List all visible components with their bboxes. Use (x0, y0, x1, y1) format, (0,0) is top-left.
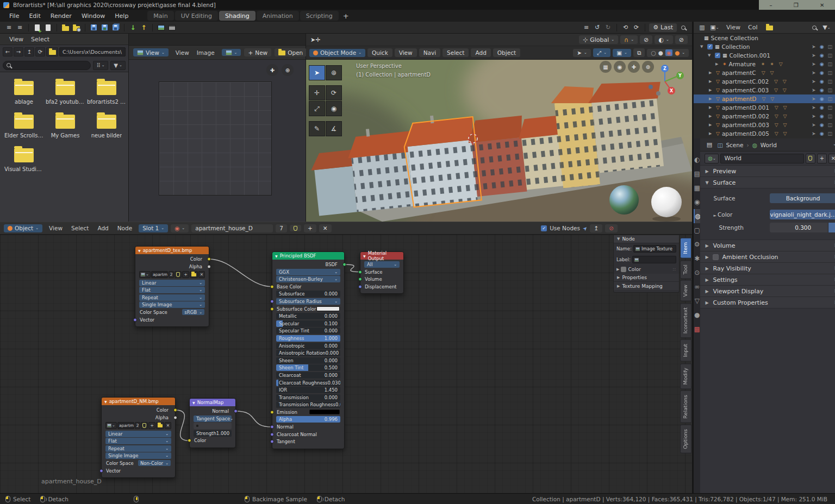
node-row[interactable]: Color (139, 256, 205, 262)
properties-tab[interactable]: ✱ (694, 251, 700, 266)
selectable-icon[interactable]: ➤ (812, 105, 816, 110)
open-image-icon[interactable] (156, 422, 164, 429)
folder-item[interactable]: Elder Scrolls ... (4, 115, 43, 138)
minimize-button[interactable]: – (770, 2, 772, 8)
hide-icon[interactable]: ◉ (820, 79, 824, 84)
fake-user-icon[interactable] (141, 422, 148, 429)
menu-item[interactable]: View (172, 49, 193, 56)
viewport-scene[interactable]: Z Y X User Perspective (1) Collection | … (306, 60, 692, 222)
breadcrumb-world[interactable]: World (761, 142, 777, 148)
image-name-field[interactable]: apartmentD... (151, 271, 168, 278)
image-texture-node[interactable]: ▼apartmentD_tex.bmp Color (135, 246, 209, 327)
outliner-item-label[interactable]: apartmentD (722, 96, 757, 102)
properties-tab[interactable]: ▽ (694, 294, 700, 308)
node-row[interactable]: Normal (194, 408, 232, 414)
output-socket[interactable] (342, 263, 346, 267)
render-visibility-icon[interactable]: ◫ (827, 131, 832, 136)
node-row[interactable]: Flat (139, 287, 205, 293)
node-row[interactable]: Surface (364, 269, 400, 275)
selectable-icon[interactable]: ➤ (812, 131, 816, 136)
node-row[interactable]: Emission (276, 409, 340, 415)
render-visibility-icon[interactable]: ◫ (827, 61, 832, 67)
properties-tab[interactable]: ▩ (694, 322, 700, 336)
outliner-item-label[interactable]: apartmentC.002 (722, 78, 769, 85)
hamburger-icon[interactable]: ≡ (582, 23, 591, 32)
output-socket[interactable] (173, 408, 177, 412)
properties-panel-header[interactable]: ▶ Volume ⠿ (700, 240, 835, 251)
properties-panel-header[interactable]: ▶ Settings ⠿ (700, 274, 835, 286)
display-mode-button[interactable]: ⠿⌄ (93, 61, 108, 70)
shader-editor-canvas[interactable]: apartment_house_D ▼apartmentD_tex.bmp Co… (0, 235, 692, 493)
expand-icon[interactable]: ▶ (709, 105, 714, 110)
node-row[interactable]: Linear (105, 431, 171, 437)
editor-type-icon[interactable]: ▤ (705, 141, 714, 149)
hide-icon[interactable]: ◉ (820, 122, 824, 128)
node-row[interactable]: Roughness 1.000 (276, 335, 340, 342)
cursor-tool[interactable]: ⊕ (326, 65, 342, 80)
node-row[interactable]: Single Image (139, 301, 205, 308)
node-row[interactable]: Subsurface 0.000 (276, 291, 340, 297)
selectable-icon[interactable]: ➤ (812, 79, 816, 84)
node-row[interactable]: Anisotropic Rotation 0.000 (276, 350, 340, 356)
menu-item[interactable]: Add (471, 48, 490, 57)
hide-icon[interactable]: ◉ (820, 61, 824, 67)
node-row[interactable]: Normal (276, 424, 340, 430)
last-operator-button[interactable]: ⚙Last (649, 23, 677, 32)
menu-item[interactable]: View (395, 48, 417, 57)
node-row[interactable]: Sheen 0.000 (276, 357, 340, 364)
node-row[interactable]: Color Space sRGB (139, 309, 205, 316)
outliner-row[interactable]: ▶ ✓ apartmentD ▽ ▽ ➤ ◉ ◫ (694, 94, 835, 103)
menu-item[interactable]: Help (110, 11, 133, 21)
solid-shading-icon[interactable]: ● (658, 49, 663, 56)
folder-item[interactable]: bforartists2 b... (87, 81, 126, 105)
xray-toggle[interactable]: ⧉ (633, 48, 645, 57)
selectable-icon[interactable]: ➤ (812, 53, 816, 58)
material-browse-button[interactable]: ◉⌄ (171, 224, 189, 232)
node-row[interactable]: Tangent Space (194, 415, 232, 422)
input-socket[interactable] (99, 469, 103, 472)
menu-item[interactable]: Window (77, 11, 110, 21)
workspace-tab[interactable]: Animation (257, 11, 299, 21)
measure-tool[interactable]: ∡ (326, 121, 342, 136)
input-socket[interactable] (358, 285, 362, 288)
gizmo-dropdown[interactable]: ⤢⌄ (593, 48, 610, 57)
file-icon[interactable] (43, 23, 53, 32)
render-visibility-icon[interactable]: ◫ (827, 70, 832, 75)
node-row[interactable]: Specular 0.100 (276, 320, 340, 327)
selectable-icon[interactable]: ➤ (812, 96, 816, 102)
outliner-row[interactable]: ✓ Scene Collection ➤ ◉ ◫ (694, 34, 835, 42)
workspace-tab[interactable]: UV Editing (175, 11, 218, 21)
new-image-button[interactable]: + New (244, 48, 271, 56)
sidebar-tab[interactable]: Options (680, 425, 691, 453)
node-row[interactable]: Specular Tint 0.000 (276, 327, 340, 334)
import-icon[interactable]: ↓ (128, 23, 138, 32)
new-material-button[interactable]: + (304, 224, 316, 232)
menu-item[interactable]: Select (443, 48, 469, 57)
zoom-icon[interactable]: ⊕ (642, 61, 654, 73)
render-visibility-icon[interactable]: ◫ (827, 96, 832, 102)
outliner-item-label[interactable]: apartmentD.003 (722, 122, 769, 128)
node-row[interactable]: Alpha 0.996 (276, 416, 340, 423)
node-row[interactable]: Displacement (364, 284, 400, 290)
world-browse-button[interactable]: ◍⌄ (705, 154, 719, 163)
image-browse-button[interactable]: ⌄ (222, 49, 241, 56)
back-icon[interactable]: ← (3, 47, 13, 56)
node-row[interactable]: Color (105, 407, 171, 413)
unlink-icon[interactable]: ✕ (165, 422, 171, 429)
camera-view-icon[interactable]: ◉ (614, 61, 626, 73)
parent-node-tree-icon[interactable]: ↥ (590, 224, 602, 232)
unlink-icon[interactable]: ✕ (198, 271, 205, 278)
menu-item[interactable]: Node (114, 224, 136, 232)
pan-icon[interactable]: ✚ (628, 61, 640, 73)
node-row[interactable]: Subsurface Color (276, 306, 340, 312)
menu-item[interactable]: Col (744, 23, 761, 32)
hide-icon[interactable]: ◉ (820, 44, 824, 49)
properties-panel-header[interactable]: ▶ Ray Visibility ⠿ (700, 263, 835, 274)
search-input[interactable] (3, 61, 91, 70)
shading-mode-cluster[interactable]: ○ ● ◉ ● ⌄ (647, 49, 689, 57)
node-row[interactable]: Repeat (139, 294, 205, 301)
snap-magnet-icon[interactable]: ∩⌄ (620, 35, 638, 44)
maximize-button[interactable]: ❐ (794, 2, 799, 8)
render-visibility-icon[interactable]: ◫ (827, 105, 832, 110)
workspace-tab[interactable]: Scripting (300, 11, 339, 21)
